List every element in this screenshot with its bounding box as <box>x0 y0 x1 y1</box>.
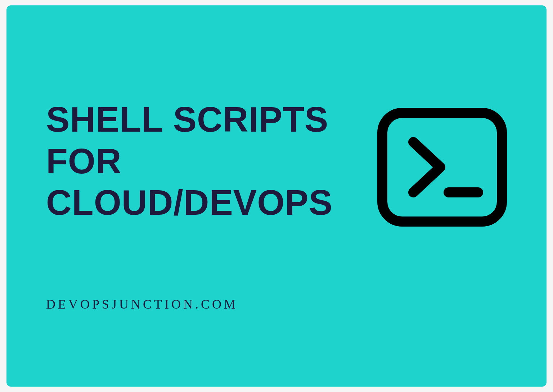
banner-card: SHELL SCRIPTS FOR CLOUD/DEVOPS DEVOPSJUN… <box>6 5 547 387</box>
heading-line-1: SHELL SCRIPTS <box>46 99 333 141</box>
heading-line-2: FOR <box>46 141 333 182</box>
website-url: DEVOPSJUNCTION.COM <box>46 297 238 312</box>
terminal-icon <box>377 108 507 227</box>
heading-line-3: CLOUD/DEVOPS <box>46 182 333 224</box>
heading-block: SHELL SCRIPTS FOR CLOUD/DEVOPS <box>46 99 333 224</box>
